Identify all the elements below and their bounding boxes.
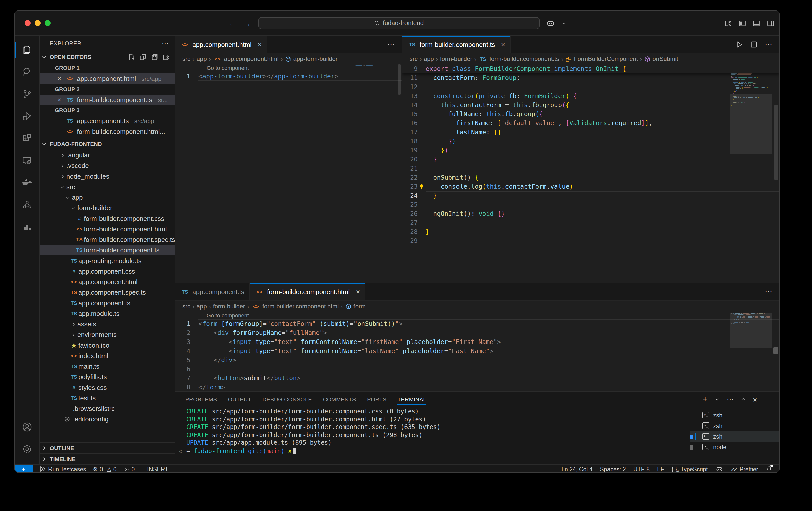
- tree-item-.angular[interactable]: .angular: [40, 150, 175, 160]
- open-editor-item-form-builder.component.html...[interactable]: <>form-builder.component.html...: [40, 126, 175, 137]
- code-line-1[interactable]: 1<form [formGroup]="contactForm" (submit…: [175, 319, 779, 328]
- run-file-icon[interactable]: [736, 41, 743, 48]
- tree-item-form-builder.component.spec.ts[interactable]: TSform-builder.component.spec.ts: [40, 234, 175, 245]
- panel-tab-PORTS[interactable]: PORTS: [367, 392, 386, 407]
- breadcrumb-item-app[interactable]: app: [197, 303, 207, 310]
- breadcrumb-item-form-builder[interactable]: form-builder: [440, 55, 472, 62]
- code-line-15[interactable]: 15 fullName: this.fb.group({: [403, 110, 779, 119]
- panel-tab-TERMINAL[interactable]: TERMINAL: [398, 392, 426, 407]
- breadcrumb-item-app-form-builder[interactable]: app-form-builder: [285, 55, 338, 62]
- panel-more-icon[interactable]: ⋯: [727, 395, 734, 403]
- run-testcases-button[interactable]: Run Testcases: [40, 466, 86, 472]
- scrollbar-group2[interactable]: [774, 105, 778, 180]
- toggle-panel-icon[interactable]: [751, 18, 761, 28]
- code-line-27[interactable]: 27: [403, 218, 779, 227]
- explorer-more-icon[interactable]: ⋯: [162, 39, 169, 47]
- code-line-29[interactable]: 29: [403, 236, 779, 245]
- editor-layout-icon[interactable]: [139, 53, 147, 61]
- editor-group2-code[interactable]: 9export class FormBuilderComponent imple…: [403, 64, 779, 283]
- tab-app.component.ts[interactable]: TSapp.component.ts: [175, 283, 250, 300]
- tree-item-environments[interactable]: environments: [40, 329, 175, 340]
- workspace-root-header[interactable]: FUDAO-FRONTEND: [40, 138, 175, 150]
- eol-sequence[interactable]: LF: [657, 466, 664, 472]
- code-line-21[interactable]: 21: [403, 164, 779, 173]
- scrollbar-group1[interactable]: [398, 64, 401, 95]
- terminal-output[interactable]: CREATE src/app/form-builder/form-builder…: [175, 407, 690, 464]
- timeline-section[interactable]: TIMELINE: [40, 453, 175, 464]
- tree-item-app.component.html[interactable]: <>app.component.html: [40, 277, 175, 287]
- tree-item-app.component.css[interactable]: #app.component.css: [40, 266, 175, 277]
- toggle-primary-sidebar-icon[interactable]: [737, 18, 747, 28]
- search-view-icon[interactable]: [14, 61, 39, 83]
- breadcrumb-item-onSubmit[interactable]: onSubmit: [644, 55, 678, 62]
- tab-form-builder.component.html[interactable]: <>form-builder.component.html×: [250, 283, 366, 300]
- tree-item-.browserslistrc[interactable]: ≡.browserslistrc: [40, 403, 175, 414]
- breadcrumb-group2[interactable]: src›app›form-builder›TSform-builder.comp…: [403, 53, 779, 64]
- tab-app.component.html[interactable]: <>app.component.html×: [175, 36, 267, 53]
- tree-item-favicon.ico[interactable]: ★favicon.ico: [40, 340, 175, 351]
- breadcrumb-item-src[interactable]: src: [182, 55, 191, 62]
- group3-more-icon[interactable]: ⋯: [765, 287, 772, 296]
- code-line-17[interactable]: 17 lastName: []: [403, 128, 779, 137]
- tree-item-form-builder.component.html[interactable]: <>form-builder.component.html: [40, 224, 175, 234]
- problems-status[interactable]: ⊗0 △0: [93, 466, 116, 472]
- toggle-secondary-sidebar-icon[interactable]: [765, 18, 775, 28]
- open-editor-item-app.component.html[interactable]: ×<>app.component.htmlsrc/app: [40, 74, 175, 84]
- panel-tab-PROBLEMS[interactable]: PROBLEMS: [185, 392, 217, 407]
- tree-item-form-builder.component.css[interactable]: #form-builder.component.css: [40, 213, 175, 224]
- breadcrumb-item-form-builder.component.ts[interactable]: TSform-builder.component.ts: [478, 55, 559, 62]
- vim-mode-indicator[interactable]: -- INSERT --: [142, 466, 174, 472]
- breadcrumb-item-form-builder.component.html[interactable]: <>form-builder.component.html: [251, 303, 339, 310]
- ports-status[interactable]: 0: [123, 466, 135, 472]
- code-line-26[interactable]: 26 ngOnInit(): void {}: [403, 209, 779, 218]
- breadcrumb-group3[interactable]: src›app›form-builder›<>form-builder.comp…: [175, 301, 779, 312]
- tree-item-src[interactable]: src: [40, 182, 175, 192]
- open-editor-item-app.component.ts[interactable]: TSapp.component.tssrc/app: [40, 116, 175, 126]
- remote-explorer-icon[interactable]: [14, 150, 39, 171]
- code-line-1[interactable]: 1<app-form-builder></app-form-builder>: [175, 72, 402, 81]
- connections-icon[interactable]: [14, 194, 39, 216]
- terminal-instance-zsh[interactable]: >_zsh: [690, 431, 779, 441]
- tree-item-.editorconfig[interactable]: .editorconfig: [40, 414, 175, 425]
- code-line-16[interactable]: 16 firstName: ['default value', [Validat…: [403, 119, 779, 128]
- code-line-28[interactable]: 28}: [403, 227, 779, 236]
- panel-tab-OUTPUT[interactable]: OUTPUT: [228, 392, 251, 407]
- tree-item-app-routing.module.ts[interactable]: TSapp-routing.module.ts: [40, 255, 175, 266]
- breadcrumb-item-src[interactable]: src: [409, 55, 417, 62]
- code-line-14[interactable]: 14 this.contactForm = this.fb.group({: [403, 101, 779, 110]
- tree-item-test.ts[interactable]: TStest.ts: [40, 393, 175, 403]
- code-line-7[interactable]: 7 <button>submit</button>: [175, 374, 779, 383]
- editor-group3-code[interactable]: Go to component 1<form [formGroup]="cont…: [175, 312, 779, 391]
- breadcrumb-item-form-builder[interactable]: form-builder: [213, 303, 245, 310]
- tree-item-assets[interactable]: assets: [40, 319, 175, 329]
- tree-item-app.module.ts[interactable]: TSapp.module.ts: [40, 308, 175, 319]
- group2-more-icon[interactable]: ⋯: [765, 40, 772, 49]
- group1-more-icon[interactable]: ⋯: [387, 40, 395, 49]
- codelens-go-to-component2[interactable]: Go to component: [206, 312, 249, 318]
- run-debug-icon[interactable]: [14, 105, 39, 127]
- terminal-profile-chevron-icon[interactable]: [715, 397, 720, 402]
- command-center-search[interactable]: fudao-frontend: [258, 17, 540, 29]
- tree-item-app[interactable]: app: [40, 192, 175, 203]
- new-terminal-icon[interactable]: +: [703, 395, 708, 404]
- terminal-instance-node[interactable]: >_node: [690, 441, 779, 452]
- code-line-4[interactable]: 4 <input type="text" formControlName="la…: [175, 347, 779, 356]
- open-editor-item-form-builder.component.ts[interactable]: ×TSform-builder.component.tssr...: [40, 95, 175, 105]
- cursor-position[interactable]: Ln 24, Col 4: [561, 466, 592, 472]
- code-line-19[interactable]: 19 }): [403, 146, 779, 155]
- close-all-icon[interactable]: [162, 53, 170, 61]
- tree-item-polyfills.ts[interactable]: TSpolyfills.ts: [40, 372, 175, 382]
- source-control-icon[interactable]: [14, 83, 39, 105]
- breadcrumb-item-app.component.html[interactable]: <>app.component.html: [213, 55, 279, 62]
- minimap-slider-group3[interactable]: [730, 313, 772, 348]
- minimap-group1[interactable]: [354, 65, 394, 67]
- tree-item-app.component.spec.ts[interactable]: TSapp.component.spec.ts: [40, 287, 175, 298]
- breadcrumb-item-app[interactable]: app: [424, 55, 434, 62]
- close-editor-icon[interactable]: ×: [56, 75, 63, 82]
- code-line-8[interactable]: 8</form>: [175, 383, 779, 391]
- tab-form-builder.component.ts[interactable]: TSform-builder.component.ts×: [403, 36, 511, 53]
- close-panel-icon[interactable]: ×: [753, 395, 757, 404]
- tree-item-form-builder[interactable]: form-builder: [40, 203, 175, 213]
- formatter-status[interactable]: ✓✓ Prettier: [730, 465, 758, 473]
- extensions-icon[interactable]: [14, 127, 39, 150]
